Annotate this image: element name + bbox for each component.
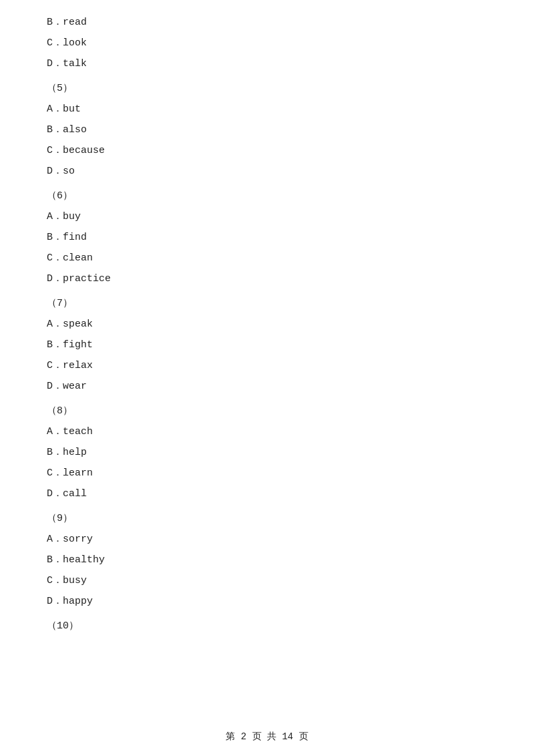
answer-option: C．busy: [47, 572, 487, 590]
answer-option: A．speak: [47, 315, 487, 333]
answer-option: D．happy: [47, 592, 487, 610]
answer-option: C．because: [47, 142, 487, 160]
question-number: （5）: [47, 79, 487, 98]
answer-option: D．talk: [47, 55, 487, 73]
page-footer: 第 2 页 共 14 页: [0, 731, 534, 743]
answer-option: A．teach: [47, 423, 487, 441]
answer-option: B．healthy: [47, 551, 487, 569]
answer-option: A．but: [47, 100, 487, 118]
answer-option: B．help: [47, 443, 487, 461]
answer-option: D．so: [47, 162, 487, 180]
answer-option: D．wear: [47, 377, 487, 395]
answer-option: C．clean: [47, 249, 487, 267]
answer-option: B．fight: [47, 336, 487, 354]
answer-option: C．look: [47, 34, 487, 52]
answer-option: B．read: [47, 13, 487, 31]
question-number: （6）: [47, 187, 487, 205]
answer-option: C．learn: [47, 464, 487, 482]
question-number: （9）: [47, 510, 487, 528]
answer-option: D．call: [47, 485, 487, 503]
question-number: （10）: [47, 617, 487, 635]
answer-option: D．practice: [47, 270, 487, 288]
answer-option: C．relax: [47, 357, 487, 375]
answer-option: A．sorry: [47, 530, 487, 548]
answer-option: B．also: [47, 121, 487, 139]
question-number: （8）: [47, 402, 487, 420]
answer-option: A．buy: [47, 208, 487, 226]
question-number: （7）: [47, 295, 487, 313]
answer-option: B．find: [47, 228, 487, 246]
main-content: B．readC．lookD．talk（5）A．butB．alsoC．becaus…: [0, 0, 534, 678]
